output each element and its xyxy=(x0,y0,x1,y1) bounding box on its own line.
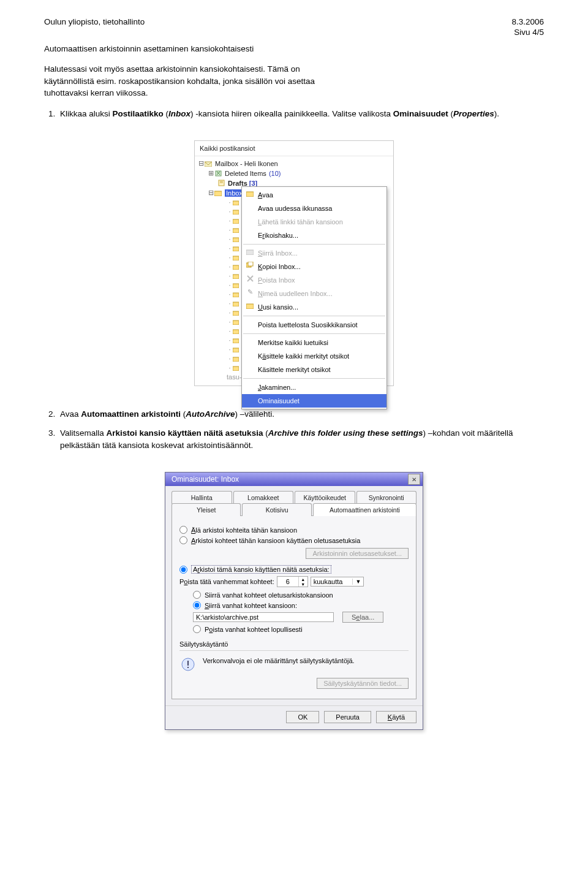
svg-rect-15 xyxy=(233,265,239,270)
tab-lomakkeet[interactable]: Lomakkeet xyxy=(233,491,294,504)
ctx-advanced-find[interactable]: Erikoishaku... xyxy=(242,229,386,242)
age-unit-combo[interactable]: kuukautta▼ xyxy=(311,577,364,587)
svg-rect-22 xyxy=(233,330,239,334)
apply-button[interactable]: Käytä xyxy=(376,711,417,723)
radio-default-archive[interactable]: Arkistoi kohteet tähän kansioon käyttäen… xyxy=(179,536,409,544)
radio-move-default[interactable]: Siirrä vanhat kohteet oletusarkistokansi… xyxy=(193,591,409,599)
doc-date: 8.3.2006 xyxy=(511,17,544,26)
intro-paragraph: Halutessasi voit myös asettaa arkistoinn… xyxy=(44,63,544,99)
org-name: Oulun yliopisto, tietohallinto xyxy=(44,17,145,26)
ctx-move: Siirrä Inbox... xyxy=(242,246,386,260)
svg-rect-13 xyxy=(233,247,239,251)
archive-path-field[interactable]: K:\arkisto\archive.pst xyxy=(193,612,334,622)
svg-rect-23 xyxy=(233,339,239,343)
radio-permanent-delete[interactable]: Poista vanhat kohteet lopullisesti xyxy=(193,625,409,633)
close-button[interactable]: ✕ xyxy=(408,474,420,485)
svg-rect-24 xyxy=(233,348,239,352)
svg-rect-33 xyxy=(246,304,254,309)
tab-kayttooikeudet[interactable]: Käyttöoikeudet xyxy=(295,491,355,504)
ctx-copy[interactable]: Kopioi Inbox... xyxy=(242,260,386,273)
browse-button[interactable]: Selaa... xyxy=(342,612,383,623)
ctx-properties-selected[interactable]: Ominaisuudet xyxy=(242,394,386,408)
properties-dialog: Ominaisuudet: Inbox ✕ Hallinta Lomakkeet… xyxy=(165,472,423,730)
ctx-remove-favorite[interactable]: Poista luettelosta Suosikkikansiot xyxy=(242,318,386,332)
step-1: Klikkaa aluksi Postilaatikko (Inbox) -ka… xyxy=(58,108,544,121)
tab-yleiset[interactable]: Yleiset xyxy=(172,503,241,516)
svg-rect-27 xyxy=(246,192,254,197)
ctx-sharing[interactable]: Jakaminen... xyxy=(242,381,386,394)
radio-move-default-input[interactable] xyxy=(193,591,201,599)
rename-icon: ✎ xyxy=(246,288,254,297)
radio-default-archive-input[interactable] xyxy=(179,536,187,544)
cancel-button[interactable]: Peruuta xyxy=(324,711,371,723)
svg-rect-35 xyxy=(187,661,189,666)
move-icon xyxy=(246,248,254,256)
default-settings-button: Arkistoinnin oletusasetukset... xyxy=(306,548,409,559)
chevron-down-icon: ▼ xyxy=(352,579,361,585)
policy-icon xyxy=(179,657,197,672)
tab-kotisivu[interactable]: Kotisivu xyxy=(242,503,311,516)
ctx-process-marked[interactable]: Käsittele merkityt otsikot xyxy=(242,363,386,376)
folder-tree-screenshot: Kaikki postikansiot ⊟ Mailbox - Heli Iko… xyxy=(194,140,394,386)
svg-rect-21 xyxy=(233,321,239,325)
tab-synkronointi[interactable]: Synkronointi xyxy=(356,491,417,504)
ctx-rename: ✎Nimeä uudelleen Inbox... xyxy=(242,287,386,300)
radio-permanent-delete-input[interactable] xyxy=(193,625,201,633)
menu-separator xyxy=(243,333,385,334)
radio-no-archive-input[interactable] xyxy=(179,526,187,534)
svg-rect-19 xyxy=(233,302,239,306)
ctx-mark-all-read[interactable]: Merkitse kaikki luetuiksi xyxy=(242,336,386,349)
tab-autoarchive-active[interactable]: Automaattinen arkistointi xyxy=(313,503,417,516)
svg-rect-26 xyxy=(233,367,239,371)
ctx-open[interactable]: Avaa xyxy=(242,188,386,202)
svg-rect-12 xyxy=(233,238,239,242)
radio-move-to[interactable]: Siirrä vanhat kohteet kansioon: xyxy=(193,601,409,609)
new-folder-icon xyxy=(246,302,254,310)
radio-these-settings[interactable]: Arkistoi tämä kansio käyttäen näitä aset… xyxy=(179,565,409,574)
svg-rect-8 xyxy=(233,201,239,205)
ok-button[interactable]: OK xyxy=(286,711,319,723)
ctx-new-folder[interactable]: Uusi kansio... xyxy=(242,300,386,314)
radio-these-settings-input[interactable] xyxy=(179,566,187,574)
page-number: Sivu 4/5 xyxy=(514,28,544,37)
svg-rect-30 xyxy=(248,262,253,266)
menu-separator xyxy=(243,378,385,379)
svg-rect-7 xyxy=(214,191,222,196)
copy-icon xyxy=(246,261,254,270)
delete-icon xyxy=(246,275,254,283)
tree-header: Kaikki postikansiot xyxy=(195,141,393,156)
ctx-process-all-marked[interactable]: Käsittele kaikki merkityt otsikot xyxy=(242,349,386,363)
svg-rect-11 xyxy=(233,229,239,233)
svg-rect-20 xyxy=(233,311,239,316)
svg-rect-18 xyxy=(233,293,239,297)
tabs-row-top: Hallinta Lomakkeet Käyttöoikeudet Synkro… xyxy=(172,491,417,504)
mailbox-row[interactable]: ⊟ Mailbox - Heli Ikonen xyxy=(198,159,390,169)
dialog-title: Ominaisuudet: Inbox xyxy=(172,475,239,484)
deleted-items-row[interactable]: ⊞ Deleted Items(10) xyxy=(198,169,390,178)
ctx-delete: Poista Inbox xyxy=(242,273,386,287)
autoarchive-panel: Älä arkistoi kohteita tähän kansioon Ark… xyxy=(172,515,417,699)
tabs-row-bottom: Yleiset Kotisivu Automaattinen arkistoin… xyxy=(172,503,417,516)
svg-rect-9 xyxy=(233,210,239,215)
radio-move-to-input[interactable] xyxy=(193,601,201,609)
context-menu: Avaa Avaa uudessa ikkunassa Lähetä linkk… xyxy=(241,186,387,409)
radio-no-archive[interactable]: Älä arkistoi kohteita tähän kansioon xyxy=(179,526,409,534)
age-spinbox[interactable]: 6 ▲▼ xyxy=(277,576,308,587)
policy-text: Verkonvalvoja ei ole määrittänyt säilyty… xyxy=(203,657,409,664)
step-2: Avaa Automaattinen arkistointi (AutoArch… xyxy=(58,408,544,421)
policy-heading: Säilytyskäytäntö xyxy=(179,640,409,648)
tab-hallinta[interactable]: Hallinta xyxy=(172,491,232,504)
svg-rect-16 xyxy=(233,275,239,279)
svg-rect-17 xyxy=(233,284,239,288)
menu-separator xyxy=(243,316,385,316)
ctx-open-new[interactable]: Avaa uudessa ikkunassa xyxy=(242,202,386,215)
spin-arrows[interactable]: ▲▼ xyxy=(298,577,307,587)
ctx-send-link: Lähetä linkki tähän kansioon xyxy=(242,215,386,229)
policy-info-button: Säilytyskäytännön tiedot... xyxy=(317,678,409,689)
svg-rect-36 xyxy=(187,667,189,668)
svg-rect-28 xyxy=(246,250,254,255)
svg-rect-10 xyxy=(233,219,239,224)
open-icon xyxy=(246,189,254,198)
section-title: Automaattisen arkistoinnin asettaminen k… xyxy=(44,44,544,53)
age-row: Poista tätä vanhemmat kohteet: 6 ▲▼ kuuk… xyxy=(179,576,409,587)
